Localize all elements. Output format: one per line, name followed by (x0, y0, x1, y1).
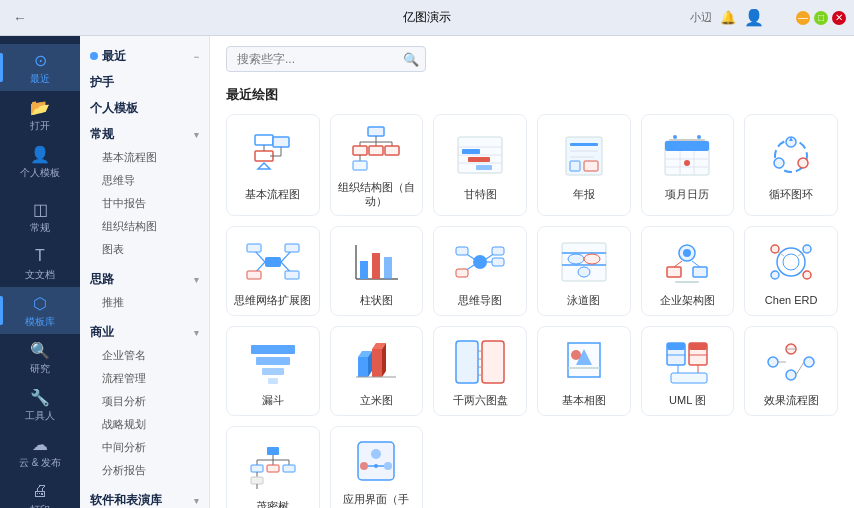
svg-rect-93 (268, 378, 278, 384)
maximize-button[interactable]: □ (814, 11, 828, 25)
svg-rect-91 (256, 357, 290, 365)
diagram-card-erd[interactable]: Chen ERD (744, 226, 838, 316)
nav-header-software[interactable]: 软件和表演库 ▾ (80, 486, 209, 508)
diagram-card-org2[interactable]: 企业架构图 (641, 226, 735, 316)
svg-rect-46 (265, 257, 281, 267)
diagram-card-bubble[interactable]: 千两六图盘 (433, 326, 527, 416)
diagram-card-ui[interactable]: 应用界面（手绘） (330, 426, 424, 508)
sidebar-label-print: 打印 (30, 504, 50, 508)
svg-rect-140 (358, 442, 394, 480)
template-icon: ⬡ (30, 293, 50, 313)
org-label: 组织结构图（自动） (335, 180, 419, 209)
nav-header-recent[interactable]: 最近 − (80, 42, 209, 68)
nav-item-basic-flow[interactable]: 基本流程图 (80, 146, 209, 169)
sidebar-item-print[interactable]: 🖨 打印 (0, 475, 80, 508)
sidebar-item-recent[interactable]: ⊙ 最近 (0, 44, 80, 91)
sidebar-label-tools: 工具人 (25, 410, 55, 422)
svg-point-141 (371, 449, 381, 459)
nav-header-business[interactable]: 商业 ▾ (80, 318, 209, 344)
3d-icon (350, 336, 402, 388)
search-input[interactable] (226, 46, 426, 72)
diagram-card-report[interactable]: 年报 (537, 114, 631, 216)
titlebar-right-icons: 小辺 🔔 👤 (690, 0, 764, 35)
nav-item-mindmap[interactable]: 思维导 (80, 169, 209, 192)
nav-item-chart[interactable]: 图表 (80, 238, 209, 261)
nav-item-org[interactable]: 组织结构图 (80, 215, 209, 238)
svg-line-79 (674, 261, 682, 267)
sidebar-item-research[interactable]: 🔍 研究 (0, 334, 80, 381)
nav-header-common[interactable]: 常规 ▾ (80, 120, 209, 146)
sidebar-item-common[interactable]: ◫ 常规 (0, 193, 80, 240)
nav-item-gantt[interactable]: 甘中报告 (80, 192, 209, 215)
sidebar-item-tools[interactable]: 🔧 工具人 (0, 381, 80, 428)
diagram-card-gantt[interactable]: 甘特图 (433, 114, 527, 216)
diagram-card-tree[interactable]: 茂密树 (226, 426, 320, 508)
back-button[interactable]: ← (8, 6, 32, 30)
sidebar-item-open[interactable]: 📂 打开 (0, 91, 80, 138)
svg-point-85 (803, 245, 811, 253)
sidebar-item-cloud[interactable]: ☁ 云 & 发布 (0, 428, 80, 475)
nav-header-thought[interactable]: 思路 ▾ (80, 265, 209, 291)
minimize-button[interactable]: — (796, 11, 810, 25)
svg-rect-59 (384, 257, 392, 279)
nav-item-strategy[interactable]: 战略规划 (80, 413, 209, 436)
mindmap3-icon (454, 236, 506, 288)
sidebar-label-cloud: 云 & 发布 (19, 457, 61, 469)
diagram-card-mindmap2[interactable]: 思维网络扩展图 (226, 226, 320, 316)
nav-header-personal[interactable]: 个人模板 (80, 94, 209, 120)
svg-rect-24 (476, 165, 492, 170)
svg-rect-94 (358, 357, 368, 377)
bell-icon[interactable]: 🔔 (720, 10, 736, 25)
svg-point-82 (777, 248, 805, 276)
nav-item-process[interactable]: 流程管理 (80, 367, 209, 390)
nav-item-tuipui[interactable]: 推推 (80, 291, 209, 314)
sidebar-item-template[interactable]: ⬡ 模板库 (0, 287, 80, 334)
recent-icon: ⊙ (30, 50, 50, 70)
small-edge-label: 小辺 (690, 10, 712, 25)
nav-item-project[interactable]: 项目分析 (80, 390, 209, 413)
svg-rect-102 (482, 341, 504, 383)
nav-item-enterprise[interactable]: 企业管名 (80, 344, 209, 367)
svg-rect-7 (368, 127, 384, 136)
nav-item-analysis[interactable]: 中间分析 (80, 436, 209, 459)
sidebar-item-personal[interactable]: 👤 个人模板 (0, 138, 80, 185)
svg-rect-29 (570, 161, 580, 171)
svg-point-122 (786, 370, 796, 380)
diagram-card-uml[interactable]: UML 图 (641, 326, 735, 416)
diagram-card-3d[interactable]: 立米图 (330, 326, 424, 416)
diagram-card-effect[interactable]: 效果流程图 (744, 326, 838, 416)
svg-rect-32 (665, 141, 709, 151)
diagram-card-mindmap3[interactable]: 思维导图 (433, 226, 527, 316)
diagram-card-funnel[interactable]: 漏斗 (226, 326, 320, 416)
svg-rect-13 (353, 146, 367, 155)
svg-line-80 (692, 261, 700, 267)
svg-line-126 (796, 362, 804, 375)
bubble-icon (454, 336, 506, 388)
content-area: 🔍 最近绘图 (210, 36, 854, 508)
content-scroll[interactable]: 最近绘图 基本流程图 (210, 78, 854, 508)
svg-rect-50 (247, 271, 261, 279)
diagram-card-note[interactable]: 基本相图 (537, 326, 631, 416)
svg-point-83 (783, 254, 799, 270)
nav-header-guard[interactable]: 护手 (80, 68, 209, 94)
diagram-card-calendar[interactable]: 项月日历 (641, 114, 735, 216)
svg-point-87 (803, 271, 811, 279)
diagram-card-basic-flow[interactable]: 基本流程图 (226, 114, 320, 216)
titlebar-title: 亿图演示 (403, 9, 451, 26)
sidebar-label-research: 研究 (30, 363, 50, 375)
nav-item-report[interactable]: 分析报告 (80, 459, 209, 482)
uml-label: UML 图 (669, 393, 706, 407)
diagram-card-cycle[interactable]: 循环图环 (744, 114, 838, 216)
org-icon (350, 123, 402, 175)
svg-rect-22 (462, 149, 480, 154)
diagram-card-org[interactable]: 组织结构图（自动） (330, 114, 424, 216)
user-avatar-icon[interactable]: 👤 (744, 8, 764, 27)
diagram-card-bar[interactable]: 柱状图 (330, 226, 424, 316)
diagram-card-venn[interactable]: 泳道图 (537, 226, 631, 316)
venn-icon (558, 236, 610, 288)
svg-rect-77 (667, 267, 681, 277)
svg-point-73 (584, 254, 600, 264)
sidebar-item-text[interactable]: T 文文档 (0, 240, 80, 287)
svg-rect-30 (584, 161, 598, 171)
close-button[interactable]: ✕ (832, 11, 846, 25)
